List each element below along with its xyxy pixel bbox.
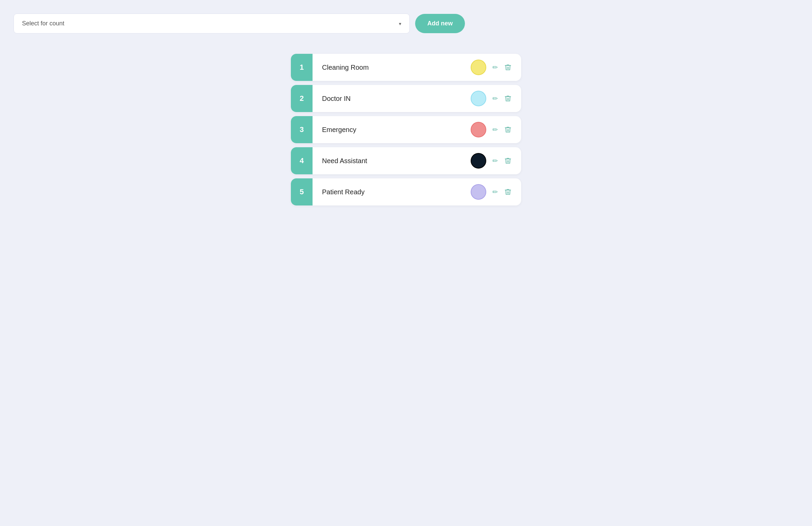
item-color-indicator — [471, 122, 486, 137]
select-dropdown-label: Select for count — [22, 20, 64, 27]
edit-icon[interactable] — [492, 157, 498, 165]
item-actions — [471, 184, 521, 200]
item-name: Patient Ready — [313, 188, 471, 196]
list-item: 4 Need Assistant — [291, 147, 521, 174]
item-name: Cleaning Room — [313, 64, 471, 71]
item-number-badge: 2 — [291, 85, 313, 112]
item-number-badge: 5 — [291, 178, 313, 205]
edit-icon[interactable] — [492, 63, 498, 71]
item-name: Emergency — [313, 126, 471, 134]
item-color-indicator — [471, 91, 486, 106]
delete-icon[interactable] — [504, 64, 512, 71]
item-name: Doctor IN — [313, 95, 471, 103]
item-actions — [471, 122, 521, 137]
item-color-indicator — [471, 60, 486, 75]
add-new-button[interactable]: Add new — [415, 14, 465, 33]
delete-icon[interactable] — [504, 188, 512, 196]
delete-icon[interactable] — [504, 126, 512, 133]
list-item: 3 Emergency — [291, 116, 521, 143]
item-number-badge: 1 — [291, 54, 313, 81]
item-color-indicator — [471, 184, 486, 200]
item-actions — [471, 153, 521, 169]
list-item: 5 Patient Ready — [291, 178, 521, 205]
chevron-down-icon: ▾ — [399, 21, 401, 26]
items-list: 1 Cleaning Room 2 Doctor IN — [291, 54, 521, 205]
edit-icon[interactable] — [492, 188, 498, 196]
edit-icon[interactable] — [492, 94, 498, 103]
delete-icon[interactable] — [504, 157, 512, 164]
select-for-count-dropdown[interactable]: Select for count ▾ — [14, 14, 410, 33]
item-name: Need Assistant — [313, 157, 471, 165]
item-actions — [471, 60, 521, 75]
item-actions — [471, 91, 521, 106]
delete-icon[interactable] — [504, 95, 512, 102]
item-color-indicator — [471, 153, 486, 169]
item-number-badge: 3 — [291, 116, 313, 143]
list-item: 1 Cleaning Room — [291, 54, 521, 81]
item-number-badge: 4 — [291, 147, 313, 174]
list-item: 2 Doctor IN — [291, 85, 521, 112]
edit-icon[interactable] — [492, 126, 498, 134]
